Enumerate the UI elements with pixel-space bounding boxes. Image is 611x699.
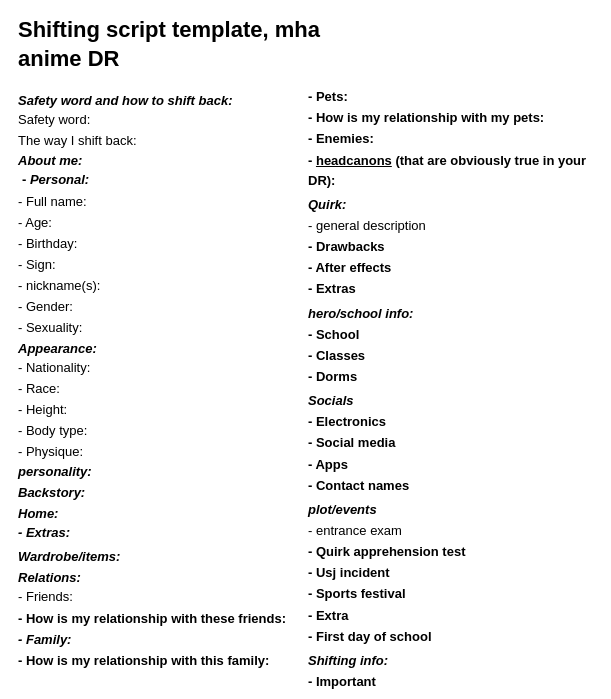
after-effects-line: - After effects xyxy=(308,258,593,278)
dorms-line: - Dorms xyxy=(308,367,593,387)
home-label: Home: xyxy=(18,506,298,521)
height-line: - Height: xyxy=(18,400,298,420)
safety-section-label: Safety word and how to shift back: xyxy=(18,93,298,108)
physique-line: - Physique: xyxy=(18,442,298,462)
socials-label: Socials xyxy=(308,391,593,411)
pets-line: - Pets: xyxy=(308,87,593,107)
left-column: Safety word and how to shift back: Safet… xyxy=(18,87,308,699)
extra-line: - Extra xyxy=(308,606,593,626)
about-label: About me: xyxy=(18,153,298,168)
age-line: - Age: xyxy=(18,213,298,233)
nationality-line: - Nationality: xyxy=(18,358,298,378)
page-title: Shifting script template, mha anime DR xyxy=(18,16,593,73)
appearance-label: Appearance: xyxy=(18,341,298,356)
enemies-line: - Enemies: xyxy=(308,129,593,149)
plot-label: plot/events xyxy=(308,500,593,520)
backstory-label: Backstory: xyxy=(18,485,298,500)
personality-label: personality: xyxy=(18,464,298,479)
usj-incident-line: - Usj incident xyxy=(308,563,593,583)
quirk-label: Quirk: xyxy=(308,195,593,215)
family-relationship-line: - How is my relationship with this famil… xyxy=(18,651,298,671)
important-line: - Important xyxy=(308,672,593,692)
sexuality-line: - Sexuality: xyxy=(18,318,298,338)
quirk-extras-line: - Extras xyxy=(308,279,593,299)
safety-word-line: Safety word: xyxy=(18,110,298,130)
shifting-label: Shifting info: xyxy=(308,651,593,671)
entrance-exam-line: - entrance exam xyxy=(308,521,593,541)
friends-relationship-line: - How is my relationship with these frie… xyxy=(18,609,298,629)
personal-label: - Personal: xyxy=(18,170,298,190)
general-desc-line: - general description xyxy=(308,216,593,236)
gender-line: - Gender: xyxy=(18,297,298,317)
friends-line: - Friends: xyxy=(18,587,298,607)
sign-line: - Sign: xyxy=(18,255,298,275)
headcanons-line: - headcanons (that are obviously true in… xyxy=(308,151,593,191)
drawbacks-line: - Drawbacks xyxy=(308,237,593,257)
family-line: - Family: xyxy=(18,630,298,650)
pets-relationship-line: - How is my relationship with my pets: xyxy=(308,108,593,128)
apps-line: - Apps xyxy=(308,455,593,475)
full-name-line: - Full name: xyxy=(18,192,298,212)
race-line: - Race: xyxy=(18,379,298,399)
body-type-line: - Body type: xyxy=(18,421,298,441)
school-line: - School xyxy=(308,325,593,345)
wardrobe-label: Wardrobe/items: xyxy=(18,549,298,564)
birthday-line: - Birthday: xyxy=(18,234,298,254)
electronics-line: - Electronics xyxy=(308,412,593,432)
extras-item: - Extras: xyxy=(18,523,298,543)
right-column: - Pets: - How is my relationship with my… xyxy=(308,87,593,699)
relations-label: Relations: xyxy=(18,570,298,585)
social-media-line: - Social media xyxy=(308,433,593,453)
first-day-line: - First day of school xyxy=(308,627,593,647)
sports-festival-line: - Sports festival xyxy=(308,584,593,604)
classes-line: - Classes xyxy=(308,346,593,366)
hero-label: hero/school info: xyxy=(308,304,593,324)
nickname-line: - nickname(s): xyxy=(18,276,298,296)
contact-names-line: - Contact names xyxy=(308,476,593,496)
quirk-apprehension-line: - Quirk apprehension test xyxy=(308,542,593,562)
shift-back-line: The way I shift back: xyxy=(18,131,298,151)
